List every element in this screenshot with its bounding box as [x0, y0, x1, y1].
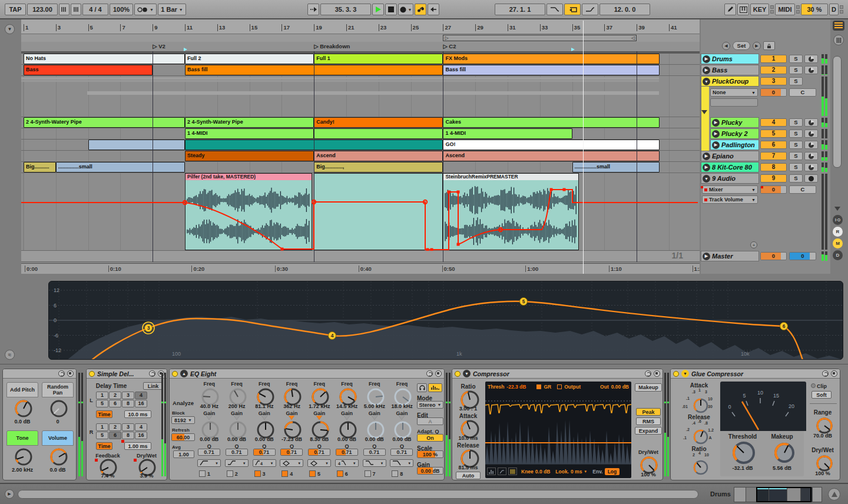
gr-toggle[interactable]: GR [544, 384, 551, 390]
rms-mode-button[interactable]: RMS [636, 417, 661, 425]
macro-knob[interactable] [14, 399, 34, 419]
track-activator[interactable]: 2 [760, 66, 787, 74]
auto-release-button[interactable]: Auto [456, 472, 481, 479]
solo-button[interactable]: S [789, 152, 803, 160]
clip[interactable]: GO! [443, 140, 659, 150]
freq-value[interactable]: 40.0 Hz [196, 403, 223, 409]
metronome-button[interactable]: ▼ [134, 4, 157, 15]
arm-button[interactable] [804, 152, 818, 160]
pan-field[interactable]: C [789, 185, 816, 194]
band-activator-checkbox[interactable] [199, 470, 206, 477]
q-value-field[interactable]: 0.71 [280, 449, 303, 456]
stop-button[interactable] [385, 4, 397, 15]
clip[interactable]: FX Mods [443, 54, 659, 64]
band-activator-checkbox[interactable] [254, 470, 261, 477]
gain-value[interactable]: -7.23 dB [278, 436, 306, 442]
gain-value[interactable]: 0.00 dB [223, 436, 251, 442]
gain-value[interactable]: 0.00 dB [333, 436, 361, 442]
arm-button[interactable] [804, 130, 818, 138]
arrangement-view-selector[interactable] [833, 21, 844, 31]
clip[interactable]: ...............small [572, 162, 660, 173]
track-activator[interactable]: 6 [760, 141, 787, 149]
audio-clip[interactable]: Pilfer (2nd take, MASTERED) [185, 173, 312, 250]
mode-select[interactable]: Stereo▼ [417, 401, 443, 409]
computer-midi-keyboard-button[interactable] [737, 4, 749, 15]
clip[interactable]: Ascend [314, 151, 443, 161]
mixer-section-toggle[interactable]: M [833, 238, 843, 248]
io-section-toggle[interactable]: I·O [833, 215, 843, 225]
clip[interactable]: Bass fill [443, 65, 659, 75]
automation-device-chooser[interactable]: Mixer▼ [702, 185, 758, 194]
arm-button[interactable] [804, 55, 818, 63]
punch-in-button[interactable] [546, 4, 563, 15]
clip[interactable]: Big.......... [24, 162, 56, 173]
env-log-button[interactable]: Log [605, 468, 620, 475]
nudge-up-button[interactable] [71, 4, 81, 15]
volume-field[interactable]: 0 [760, 252, 787, 260]
hot-swap-icon[interactable] [58, 370, 65, 377]
automation-control-chooser[interactable]: Track Volume▼ [702, 195, 758, 204]
device-title[interactable]: Simple Del... [97, 370, 147, 377]
solo-button[interactable]: S [789, 163, 803, 171]
filter-type-select[interactable]: ▼ [307, 459, 331, 467]
tap-tempo-button[interactable]: TAP [5, 4, 26, 15]
gain-value[interactable]: 8.30 dB [306, 436, 333, 442]
freq-value[interactable]: 18.0 kHz [388, 403, 416, 409]
arm-button[interactable] [804, 66, 818, 74]
beat-division-button[interactable]: 4 [135, 392, 147, 399]
volume-field[interactable]: 0 [789, 252, 816, 260]
browser-unfold-button[interactable]: ▼ [5, 24, 15, 34]
hot-swap-icon[interactable] [645, 370, 651, 377]
set-locator-button[interactable]: Set [733, 41, 750, 50]
device-fold-button[interactable]: ▼ [681, 370, 689, 377]
link-button[interactable]: Link [143, 382, 163, 390]
beat-division-button[interactable]: 2 [109, 423, 121, 431]
loop-start-field[interactable]: 27. 1. 1 [495, 4, 545, 15]
beat-division-button[interactable]: 8 [122, 400, 134, 407]
save-preset-icon[interactable] [654, 370, 660, 377]
macro-knob[interactable] [14, 447, 34, 467]
output-gain-field[interactable]: 0.00 dB [417, 467, 443, 475]
track-name[interactable]: ▶Master [701, 251, 759, 261]
beat-division-button[interactable]: 16 [135, 400, 147, 407]
makeup-knob[interactable] [773, 442, 796, 464]
track-name[interactable]: ▶8 Kit-Core 80 [701, 162, 759, 173]
automation-device-chooser[interactable]: None▼ [710, 88, 758, 97]
freq-value[interactable]: 14.5 kHz [333, 403, 361, 409]
draw-mode-button[interactable] [724, 4, 736, 15]
audition-button[interactable] [417, 383, 427, 392]
device-on-button[interactable] [455, 371, 461, 377]
clip[interactable]: Ascend [443, 151, 659, 161]
clip[interactable]: No Hats [24, 54, 185, 64]
clip[interactable] [88, 140, 185, 150]
band-activator-checkbox[interactable] [281, 470, 288, 477]
beat-division-button[interactable]: 5 [96, 432, 108, 439]
ratio-knob[interactable] [692, 459, 710, 476]
filter-type-select[interactable]: 4▼ [335, 459, 359, 467]
device-fold-button[interactable]: ▼ [463, 370, 471, 377]
track-name[interactable]: ▶Padlington [710, 140, 759, 150]
hot-swap-icon[interactable] [822, 370, 829, 377]
device-on-button[interactable] [673, 371, 679, 377]
peak-mode-button[interactable]: Peak [636, 408, 661, 416]
knee-value[interactable]: 0.0 dB [535, 469, 551, 475]
q-value-field[interactable]: 0.71 [363, 449, 386, 456]
clip[interactable]: ..............small [56, 162, 185, 173]
add-automation-lane-button[interactable]: + [750, 241, 757, 248]
clip[interactable]: 2 4-Synth-Watery Pipe [185, 117, 314, 128]
freq-value[interactable]: 5.00 kHz [361, 403, 389, 409]
track-activator[interactable]: 5 [760, 130, 787, 138]
tempo-field[interactable]: 123.00 [27, 4, 58, 15]
session-view-selector[interactable] [833, 35, 844, 45]
right-delay-time-field[interactable]: 1.00 ms [124, 442, 151, 450]
record-button[interactable]: ▼ [398, 4, 413, 15]
track-fold-button[interactable]: ▼ [703, 175, 710, 183]
device-on-button[interactable] [172, 371, 178, 377]
track-fold-button[interactable]: ▶ [703, 55, 710, 63]
track-fold-button[interactable]: ▶ [703, 253, 710, 260]
clip[interactable]: Full 2 [185, 54, 314, 64]
volume-field[interactable]: 0 [760, 88, 787, 97]
groove-amount-field[interactable]: 100% [110, 4, 133, 15]
track-name[interactable]: ▶Drums [701, 54, 759, 64]
makeup-button[interactable]: Makeup [635, 383, 662, 392]
